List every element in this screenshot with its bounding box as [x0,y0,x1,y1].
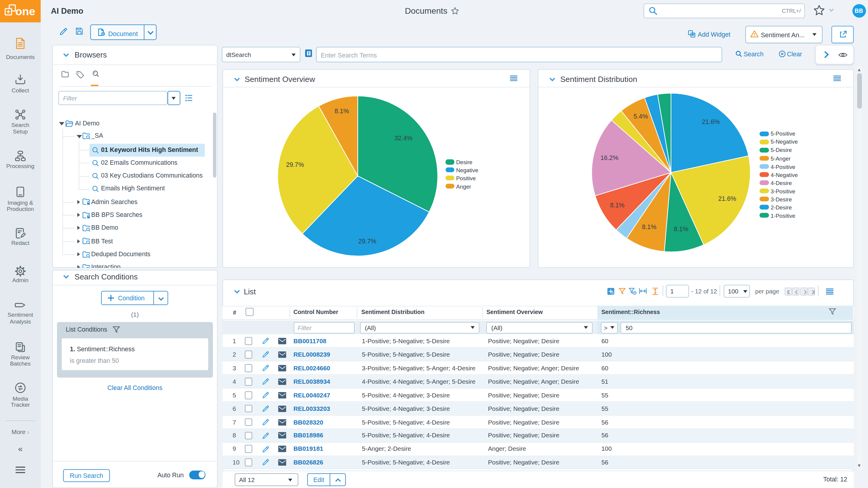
svg-text:one: one [15,5,35,18]
